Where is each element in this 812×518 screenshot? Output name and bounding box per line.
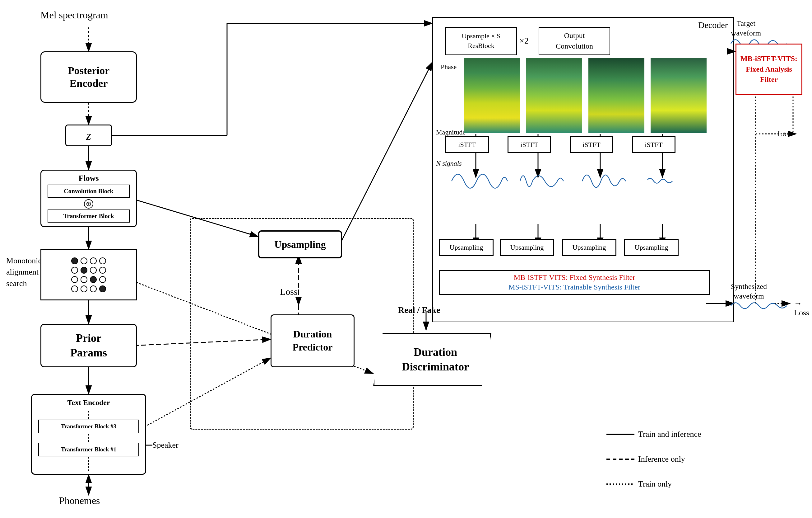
decoder-label-text: Decoder <box>698 20 728 30</box>
text-encoder-title: Text Encoder <box>67 399 110 407</box>
output-convolution-label: Output Convolution <box>556 30 593 51</box>
dot-4-4 <box>99 285 106 292</box>
legend-train-only: Train only <box>606 480 672 489</box>
loss-top-right-label: Loss <box>778 129 793 139</box>
upsampling-dec-box-3: Upsampling <box>562 239 616 256</box>
synthesized-waveform-svg <box>728 297 790 315</box>
dot-2-3 <box>90 267 97 274</box>
legend-train: Train and inference <box>606 430 701 439</box>
mb-fixed-synthesis-label: MB-iSTFT-VITS: Fixed Synthesis Filter <box>509 273 640 282</box>
monotonic-alignment-label: Monotonic alignment search <box>6 255 42 289</box>
phonemes-label: Phonemes <box>59 495 100 507</box>
dot-2-2 <box>81 267 87 274</box>
magnitude-label: Magnitude <box>436 128 466 136</box>
decoder-outer-box: Decoder Upsample × S ResBlock ×2 Output … <box>432 17 734 322</box>
upsampling-dec-box-4: Upsampling <box>624 239 678 256</box>
waveforms-svg <box>442 161 710 201</box>
loss-bottom-right-label: → Loss <box>794 299 812 318</box>
flows-title: Flows <box>79 174 99 183</box>
posterior-encoder-box: Posterior Encoder <box>40 51 137 103</box>
x2-label: ×2 <box>519 36 529 46</box>
duration-area-dotted <box>190 218 414 430</box>
istft-box-2: iSTFT <box>508 136 551 153</box>
plus-circle: ⊕ <box>84 199 93 209</box>
legend-inference: Inference only <box>606 455 685 464</box>
dot-3-2 <box>81 276 87 283</box>
istft-box-1: iSTFT <box>445 136 489 153</box>
prior-params-box: Prior Params <box>40 324 137 367</box>
spectrogram-2 <box>526 58 582 133</box>
legend-dashed-line <box>606 459 634 460</box>
duration-discriminator-label: Duration Discriminator <box>402 345 469 374</box>
mb-istft-vits-box: MB-iSTFT-VITS: Fixed Analysis Filter <box>735 44 802 95</box>
z-box: z <box>65 125 112 146</box>
spectrogram-1 <box>464 58 520 133</box>
istft-box-4: iSTFT <box>632 136 675 153</box>
transformer-block-flows-box: Transformer Block <box>48 210 130 223</box>
alignment-dot-grid <box>71 257 106 292</box>
istft-box-3: iSTFT <box>570 136 613 153</box>
dot-2-4 <box>99 267 106 274</box>
legend-solid-line <box>606 434 634 435</box>
dot-4-3 <box>90 285 97 292</box>
upsample-resblock-box: Upsample × S ResBlock <box>445 27 517 55</box>
transformer-block1-box: Transformer Block #1 <box>38 443 139 456</box>
dot-1-2 <box>81 257 87 264</box>
prior-params-label: Prior Params <box>70 331 107 360</box>
legend-dotted-line <box>606 484 634 485</box>
mb-istft-vits-label: MB-iSTFT-VITS: Fixed Analysis Filter <box>741 54 798 85</box>
legend-train-label: Train and inference <box>638 430 701 439</box>
alignment-grid-box <box>40 249 137 300</box>
dot-3-1 <box>71 276 78 283</box>
dot-3-3 <box>90 276 97 283</box>
output-convolution-box: Output Convolution <box>539 27 610 55</box>
dot-1-1 <box>71 257 78 264</box>
mel-spectrogram-label: Mel spectrogram <box>40 9 108 21</box>
legend-train-only-label: Train only <box>638 480 672 489</box>
z-label: z <box>86 128 91 143</box>
transformer-block3-box: Transformer Block #3 <box>38 419 139 433</box>
posterior-encoder-label: Posterior Encoder <box>68 64 110 90</box>
dot-3-4 <box>99 276 106 283</box>
spectrogram-3 <box>588 58 644 133</box>
dot-1-4 <box>99 257 106 264</box>
svg-line-17 <box>341 62 432 243</box>
phase-label: Phase <box>441 63 457 71</box>
dot-4-2 <box>81 285 87 292</box>
dot-1-3 <box>90 257 97 264</box>
upsampling-dec-box-1: Upsampling <box>439 239 494 256</box>
spectrogram-4 <box>650 58 706 133</box>
dot-4-1 <box>71 285 78 292</box>
dot-2-1 <box>71 267 78 274</box>
upsampling-dec-box-2: Upsampling <box>500 239 554 256</box>
ms-trainable-synthesis-label: MS-iSTFT-VITS: Trainable Synthesis Filte… <box>509 283 640 291</box>
convolution-block-box: Convolution Block <box>48 185 130 198</box>
duration-discriminator-box: Duration Discriminator <box>373 333 491 386</box>
mb-fixed-synthesis-box: MB-iSTFT-VITS: Fixed Synthesis Filter MS… <box>439 270 710 295</box>
diagram-container: Mel spectrogram Posterior Encoder z Flow… <box>0 0 812 518</box>
speaker-label: Speaker <box>152 440 178 450</box>
flows-box: Flows Convolution Block ⊕ Transformer Bl… <box>40 170 137 227</box>
upsample-resblock-label: Upsample × S ResBlock <box>462 31 501 51</box>
text-encoder-box: Text Encoder Transformer Block #3 Transf… <box>31 394 146 475</box>
legend-inference-label: Inference only <box>638 455 685 464</box>
